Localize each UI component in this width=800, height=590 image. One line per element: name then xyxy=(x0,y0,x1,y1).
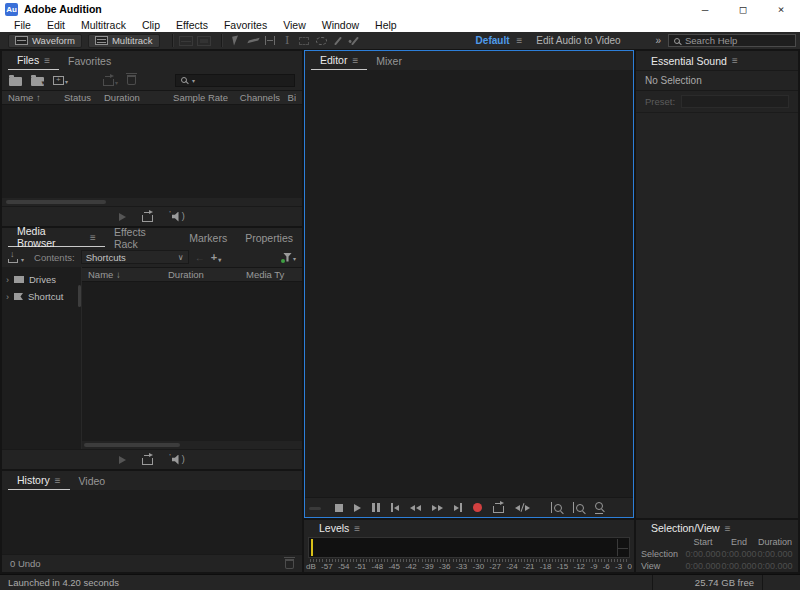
panel-menu-icon[interactable]: ≡ xyxy=(90,232,96,243)
lasso-selection-tool-button[interactable] xyxy=(313,34,330,48)
column-header-status[interactable]: Status xyxy=(64,92,104,103)
minimize-button[interactable]: – xyxy=(686,0,724,18)
move-to-next-button[interactable] xyxy=(454,502,462,514)
menu-item[interactable]: View xyxy=(275,19,314,31)
rewind-button[interactable] xyxy=(410,502,421,514)
tab-media-browser[interactable]: Media Browser ≡ xyxy=(8,228,105,247)
selection-start-value[interactable]: 0:00.000 xyxy=(685,549,721,559)
menu-item[interactable]: Effects xyxy=(168,19,216,31)
editor-canvas-empty[interactable] xyxy=(305,70,633,497)
selection-end-value[interactable]: 0:00.000 xyxy=(721,549,757,559)
play-button[interactable] xyxy=(354,502,361,514)
expand-chevron-icon[interactable]: › xyxy=(6,292,9,302)
slip-tool-button[interactable] xyxy=(262,34,279,48)
go-up-button[interactable]: ← xyxy=(195,252,205,263)
menu-item[interactable]: File xyxy=(6,19,39,31)
menu-item[interactable]: Favorites xyxy=(216,19,275,31)
tree-item-drives[interactable]: › Drives xyxy=(2,271,81,288)
zoom-in-button[interactable] xyxy=(551,502,562,514)
tab-mixer[interactable]: Mixer xyxy=(367,51,411,70)
workspace-overflow-chevron[interactable]: » xyxy=(655,35,660,46)
column-header-media-type[interactable]: Media Ty xyxy=(246,269,296,280)
add-to-project-button[interactable]: ↓ ▾ xyxy=(8,252,24,263)
loop-playback-button[interactable] xyxy=(493,502,504,514)
preview-loop-button[interactable] xyxy=(142,215,153,222)
view-start-value[interactable]: 0:00.000 xyxy=(685,561,721,571)
media-browser-horizontal-scrollbar[interactable] xyxy=(82,441,302,449)
maximize-button[interactable]: □ xyxy=(724,0,762,18)
panel-menu-icon[interactable]: ≡ xyxy=(44,55,50,66)
help-search-input[interactable] xyxy=(685,35,790,46)
razor-tool-button[interactable] xyxy=(245,34,262,48)
tab-effects-rack[interactable]: Effects Rack xyxy=(105,228,180,247)
filter-button[interactable]: ▾ xyxy=(283,253,296,262)
zoom-to-selection-button[interactable] xyxy=(595,502,603,514)
level-meter[interactable] xyxy=(308,537,630,558)
tree-scrollbar-thumb[interactable] xyxy=(78,285,81,307)
multitrack-view-button[interactable]: Multitrack xyxy=(88,34,160,48)
preset-dropdown[interactable] xyxy=(681,95,789,108)
panel-menu-icon[interactable]: ≡ xyxy=(725,523,731,534)
files-list-empty[interactable] xyxy=(2,105,302,198)
column-header-bit-depth[interactable]: Bi xyxy=(280,92,296,103)
tab-files[interactable]: Files ≡ xyxy=(8,51,59,70)
media-browser-list-empty[interactable] xyxy=(82,282,302,441)
move-tool-button[interactable] xyxy=(228,34,245,48)
spot-healing-brush-tool-button[interactable] xyxy=(347,34,364,48)
tree-item-shortcut[interactable]: › Shortcut xyxy=(2,288,81,305)
menu-item[interactable]: Help xyxy=(367,19,405,31)
import-file-icon[interactable] xyxy=(31,77,44,86)
help-search-box[interactable] xyxy=(668,34,796,47)
tab-levels[interactable]: Levels ≡ xyxy=(310,520,369,536)
preview-play-button[interactable] xyxy=(119,213,126,221)
column-header-name[interactable]: Name ↑ xyxy=(8,92,64,103)
tab-editor[interactable]: Editor ≡ xyxy=(311,51,367,70)
paintbrush-selection-tool-button[interactable] xyxy=(330,34,347,48)
tab-video[interactable]: Video xyxy=(70,471,115,490)
view-duration-value[interactable]: 0:00.000 xyxy=(757,561,793,571)
tab-markers[interactable]: Markers xyxy=(180,228,236,247)
tab-properties[interactable]: Properties xyxy=(236,228,302,247)
expand-chevron-icon[interactable]: › xyxy=(6,275,9,285)
time-selection-tool-button[interactable]: I xyxy=(279,34,296,48)
tab-essential-sound[interactable]: Essential Sound ≡ xyxy=(642,51,747,70)
menu-item[interactable]: Clip xyxy=(134,19,168,31)
waveform-view-button[interactable]: Waveform xyxy=(8,34,82,48)
view-end-value[interactable]: 0:00.000 xyxy=(721,561,757,571)
tab-selection-view[interactable]: Selection/View ≡ xyxy=(642,520,740,536)
contents-dropdown[interactable]: Shortcuts ∨ xyxy=(81,250,189,264)
fast-forward-button[interactable] xyxy=(432,502,443,514)
workspace-default-button[interactable]: Default xyxy=(476,35,510,46)
workspace-menu-icon[interactable]: ≡ xyxy=(517,35,523,46)
stop-button[interactable] xyxy=(335,502,343,514)
panel-menu-icon[interactable]: ≡ xyxy=(55,475,61,486)
tab-history[interactable]: History ≡ xyxy=(8,471,70,490)
selection-duration-value[interactable]: 0:00.000 xyxy=(757,549,793,559)
column-header-sample-rate[interactable]: Sample Rate xyxy=(162,92,228,103)
menu-item[interactable]: Window xyxy=(314,19,367,31)
clear-history-trash-icon[interactable] xyxy=(285,559,294,569)
menu-item[interactable]: Multitrack xyxy=(73,19,134,31)
open-file-icon[interactable] xyxy=(9,77,22,86)
tab-favorites[interactable]: Favorites xyxy=(59,51,120,70)
preview-autoplay-button[interactable]: ' ) xyxy=(169,212,185,222)
menu-item[interactable]: Edit xyxy=(39,19,73,31)
zoom-out-button[interactable] xyxy=(573,502,584,514)
editor-scrollbar-thumb[interactable] xyxy=(309,507,321,510)
panel-menu-icon[interactable]: ≡ xyxy=(354,523,360,534)
scrollbar-thumb[interactable] xyxy=(84,443,180,447)
workspace-edit-audio-to-video-button[interactable]: Edit Audio to Video xyxy=(536,35,620,46)
record-button[interactable] xyxy=(473,502,482,514)
column-header-channels[interactable]: Channels xyxy=(228,92,280,103)
close-button[interactable]: × xyxy=(762,0,800,18)
column-header-name[interactable]: Name ↓ xyxy=(88,269,168,280)
move-to-previous-button[interactable] xyxy=(391,502,399,514)
preview-loop-button[interactable] xyxy=(142,458,153,465)
preview-autoplay-button[interactable]: ' ) xyxy=(169,455,185,465)
column-header-duration[interactable]: Duration xyxy=(168,269,246,280)
add-shortcut-button[interactable]: + ▾ xyxy=(211,251,221,263)
panel-menu-icon[interactable]: ≡ xyxy=(732,55,738,66)
preview-play-button[interactable] xyxy=(119,456,126,464)
close-files-trash-icon[interactable] xyxy=(127,75,136,85)
insert-into-multitrack-button[interactable]: ▾ xyxy=(103,75,118,86)
